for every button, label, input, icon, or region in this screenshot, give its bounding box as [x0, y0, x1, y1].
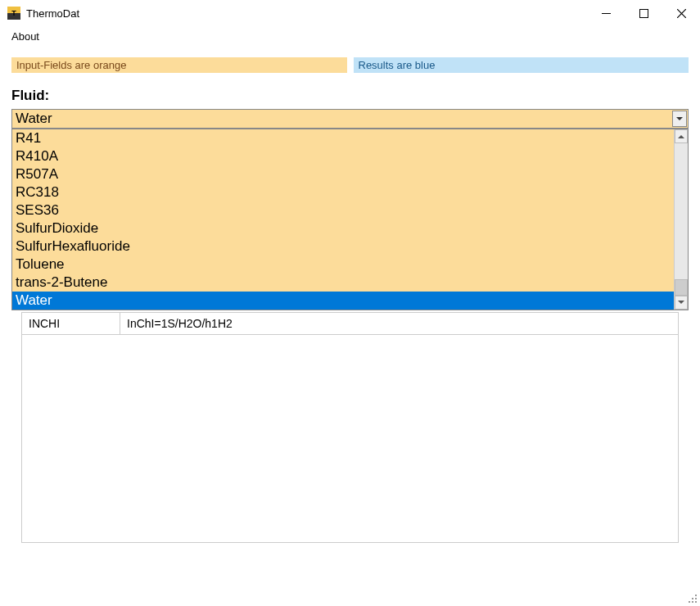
window-controls: [587, 0, 700, 26]
scroll-up-button[interactable]: [675, 129, 688, 143]
resize-grip[interactable]: [685, 591, 697, 603]
fluid-dropdown[interactable]: Water R41 R410A R507A RC318 SES36 Sulfur…: [11, 109, 689, 129]
inchi-row: INCHI InChI=1S/H2O/h1H2: [21, 312, 679, 335]
fluid-option[interactable]: R410A: [12, 147, 674, 165]
app-title: ThermoDat: [26, 7, 79, 20]
menu-about[interactable]: About: [5, 29, 46, 44]
minimize-icon: [602, 13, 611, 14]
detail-panel: [21, 335, 679, 543]
fluid-option-selected[interactable]: Water: [12, 292, 674, 310]
fluid-option[interactable]: Toluene: [12, 256, 674, 274]
dropdown-scrollbar[interactable]: [674, 129, 688, 310]
legend-row: Input-Fields are orange Results are blue: [11, 57, 689, 73]
fluid-option[interactable]: SulfurDioxide: [12, 219, 674, 237]
close-button[interactable]: [662, 0, 700, 26]
fluid-option[interactable]: trans-2-Butene: [12, 274, 674, 292]
legend-results: Results are blue: [354, 57, 689, 73]
content-area: Input-Fields are orange Results are blue…: [0, 46, 700, 543]
fluid-dropdown-selected[interactable]: Water: [11, 109, 689, 129]
fluid-option[interactable]: R507A: [12, 165, 674, 183]
fluid-option[interactable]: SES36: [12, 201, 674, 219]
fluid-option[interactable]: R41: [12, 129, 674, 147]
inchi-label: INCHI: [22, 313, 120, 334]
close-icon: [677, 9, 686, 18]
inchi-value: InChI=1S/H2O/h1H2: [120, 313, 678, 334]
fluid-option[interactable]: SulfurHexafluoride: [12, 237, 674, 256]
svg-rect-0: [602, 13, 611, 14]
app-icon: T: [7, 6, 21, 20]
maximize-button[interactable]: [625, 0, 662, 26]
fluid-option[interactable]: RC318: [12, 183, 674, 201]
chevron-down-icon: [678, 301, 684, 305]
menubar: About: [0, 26, 700, 46]
chevron-up-icon: [678, 134, 684, 138]
fluid-dropdown-list: R41 R410A R507A RC318 SES36 SulfurDioxid…: [11, 129, 689, 310]
fluid-selected-text: Water: [16, 111, 52, 127]
scroll-down-button[interactable]: [675, 296, 688, 310]
titlebar: T ThermoDat: [0, 0, 700, 26]
fluid-detail-area: INCHI InChI=1S/H2O/h1H2: [11, 312, 689, 543]
fluid-label: Fluid:: [11, 88, 689, 104]
minimize-button[interactable]: [587, 0, 625, 26]
scroll-thumb[interactable]: [675, 279, 688, 296]
scroll-track[interactable]: [675, 143, 688, 296]
legend-input: Input-Fields are orange: [11, 57, 347, 73]
chevron-down-icon[interactable]: [672, 111, 687, 127]
fluid-dropdown-items: R41 R410A R507A RC318 SES36 SulfurDioxid…: [12, 129, 674, 310]
maximize-icon: [639, 9, 648, 18]
svg-rect-1: [639, 9, 648, 17]
